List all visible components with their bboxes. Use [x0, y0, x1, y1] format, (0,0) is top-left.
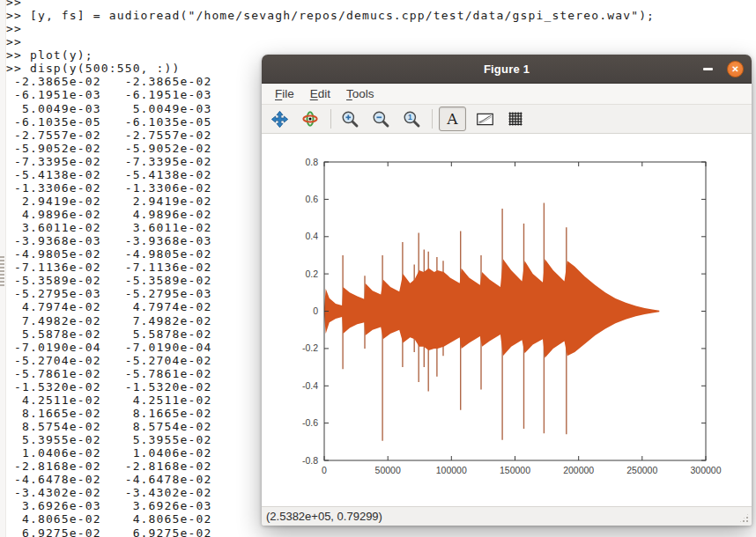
zoom-out-icon[interactable] [368, 107, 393, 131]
insert-text-glyph: A [447, 112, 457, 127]
toolbar-separator [330, 109, 331, 129]
figure-titlebar[interactable]: Figure 1 ✕ [262, 55, 752, 84]
svg-text:200000: 200000 [563, 465, 594, 475]
svg-text:150000: 150000 [500, 465, 530, 475]
svg-text:0.6: 0.6 [305, 194, 318, 204]
axes-icon[interactable] [472, 107, 497, 131]
pan-icon[interactable] [267, 107, 292, 131]
terminal-scrollbar-thumb[interactable] [0, 256, 4, 288]
svg-text:1: 1 [408, 113, 412, 121]
waveform-plot[interactable]: 0500001000001500002000002500003000000.80… [262, 134, 752, 506]
figure-toolbar: 1 A [262, 105, 752, 134]
svg-text:-0.6: -0.6 [302, 417, 318, 428]
svg-text:0: 0 [322, 465, 327, 475]
svg-text:250000: 250000 [626, 465, 657, 475]
zoom-original-icon[interactable]: 1 [399, 107, 424, 131]
svg-text:0: 0 [313, 305, 318, 316]
svg-text:0.2: 0.2 [305, 268, 318, 279]
figure-window: Figure 1 ✕ FileEditTools [262, 55, 752, 526]
menu-tools[interactable]: Tools [338, 85, 382, 102]
svg-text:100000: 100000 [436, 465, 467, 475]
svg-text:50000: 50000 [375, 465, 401, 475]
grid-icon[interactable] [503, 107, 528, 131]
close-icon[interactable]: ✕ [727, 61, 744, 77]
menu-edit[interactable]: Edit [302, 85, 338, 102]
minimize-icon[interactable] [703, 68, 713, 70]
resize-grip-icon[interactable] [738, 512, 750, 524]
menu-file[interactable]: File [267, 85, 302, 102]
svg-text:0.4: 0.4 [305, 231, 318, 241]
svg-text:-0.4: -0.4 [302, 380, 318, 391]
figure-menubar: FileEditTools [262, 84, 752, 105]
figure-statusbar: (2.5382e+05, 0.79299) [262, 506, 752, 526]
svg-text:300000: 300000 [690, 465, 721, 475]
toolbar-separator [432, 109, 433, 129]
svg-text:-0.2: -0.2 [302, 342, 318, 353]
svg-text:0.8: 0.8 [305, 157, 318, 167]
figure-title: Figure 1 [262, 63, 752, 76]
insert-text-icon[interactable]: A [439, 107, 466, 131]
svg-text:-0.8: -0.8 [302, 455, 318, 466]
zoom-in-icon[interactable] [337, 107, 362, 131]
rotate-icon[interactable] [298, 107, 322, 131]
cursor-coordinates: (2.5382e+05, 0.79299) [266, 510, 382, 523]
terminal-scrollbar[interactable] [0, 0, 6, 537]
plot-canvas[interactable]: 0500001000001500002000002500003000000.80… [262, 134, 752, 506]
